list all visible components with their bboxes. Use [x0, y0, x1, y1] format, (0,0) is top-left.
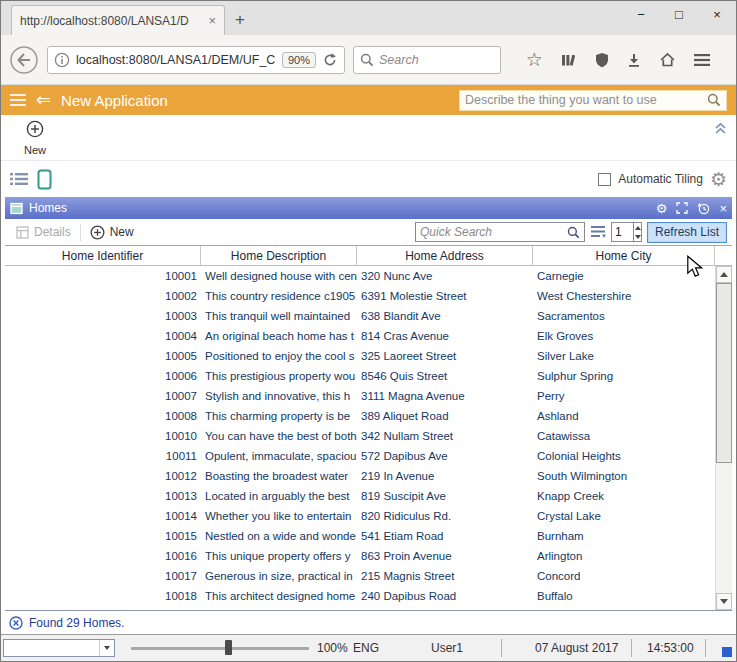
- cell-home-address[interactable]: 3111 Magna Avenue: [357, 386, 533, 406]
- column-header-home-identifier[interactable]: Home Identifier: [5, 246, 201, 265]
- menu-icon[interactable]: [693, 53, 711, 67]
- combobox-dropdown-icon[interactable]: [99, 640, 114, 656]
- table-row[interactable]: 10006 This prestigious property wou 8546…: [5, 366, 715, 386]
- cell-home-city[interactable]: Colonial Heights: [533, 446, 715, 466]
- cell-home-city[interactable]: West Chestershire: [533, 286, 715, 306]
- cell-home-city[interactable]: Sacramentos: [533, 306, 715, 326]
- cell-home-description[interactable]: This tranquil well maintained: [201, 306, 357, 326]
- cell-home-address[interactable]: 819 Suscipit Ave: [357, 486, 533, 506]
- panel-expand-icon[interactable]: [676, 202, 688, 214]
- cell-home-city[interactable]: Buffalo: [533, 586, 715, 606]
- cell-home-description[interactable]: Boasting the broadest water: [201, 466, 357, 486]
- details-button[interactable]: Details: [7, 219, 80, 245]
- table-row[interactable]: 10008 This charming property is be 389 A…: [5, 406, 715, 426]
- cell-home-address[interactable]: 541 Etiam Road: [357, 526, 533, 546]
- new-tab-button[interactable]: +: [225, 5, 255, 35]
- cell-home-address[interactable]: 6391 Molestie Street: [357, 286, 533, 306]
- app-back-icon[interactable]: ⇐: [36, 91, 51, 109]
- reload-icon[interactable]: [322, 52, 338, 68]
- panel-history-icon[interactable]: [697, 202, 710, 215]
- cell-home-description[interactable]: This charming property is be: [201, 406, 357, 426]
- cell-home-city[interactable]: Sulphur Spring: [533, 366, 715, 386]
- cell-home-address[interactable]: 240 Dapibus Road: [357, 586, 533, 606]
- app-search-input[interactable]: [465, 93, 703, 107]
- panel-close-icon[interactable]: ×: [719, 202, 727, 215]
- site-info-icon[interactable]: [54, 52, 70, 68]
- cell-home-identifier[interactable]: 10008: [5, 406, 201, 426]
- cell-home-description[interactable]: Opulent, immaculate, spaciou: [201, 446, 357, 466]
- cell-home-identifier[interactable]: 10004: [5, 326, 201, 346]
- page-number-input[interactable]: [612, 223, 633, 241]
- cell-home-identifier[interactable]: 10016: [5, 546, 201, 566]
- cell-home-address[interactable]: 863 Proin Avenue: [357, 546, 533, 566]
- cell-home-description[interactable]: Generous in size, practical in: [201, 566, 357, 586]
- table-row[interactable]: 10011 Opulent, immaculate, spaciou 572 D…: [5, 446, 715, 466]
- cell-home-address[interactable]: 342 Nullam Street: [357, 426, 533, 446]
- cell-home-address[interactable]: 320 Nunc Ave: [357, 266, 533, 286]
- minimize-button[interactable]: −: [622, 1, 660, 28]
- app-menu-icon[interactable]: [10, 91, 26, 109]
- zoom-slider-handle[interactable]: [225, 640, 232, 655]
- url-bar[interactable]: 90%: [47, 46, 345, 74]
- cell-home-description[interactable]: You can have the best of both: [201, 426, 357, 446]
- cell-home-description[interactable]: This architect designed home: [201, 586, 357, 606]
- cell-home-identifier[interactable]: 10010: [5, 426, 201, 446]
- search-icon[interactable]: [707, 93, 721, 107]
- cell-home-address[interactable]: 215 Magnis Street: [357, 566, 533, 586]
- cell-home-description[interactable]: This prestigious property wou: [201, 366, 357, 386]
- cell-home-city[interactable]: Arlington: [533, 546, 715, 566]
- scrollbar-up-button[interactable]: [716, 266, 732, 283]
- cell-home-address[interactable]: 814 Cras Avenue: [357, 326, 533, 346]
- cell-home-description[interactable]: This unique property offers y: [201, 546, 357, 566]
- search-icon[interactable]: [567, 226, 580, 239]
- cell-home-address[interactable]: 572 Dapibus Ave: [357, 446, 533, 466]
- quick-search-input[interactable]: [420, 225, 564, 239]
- browser-search[interactable]: [353, 46, 501, 74]
- table-row[interactable]: 10017 Generous in size, practical in 215…: [5, 566, 715, 586]
- cell-home-identifier[interactable]: 10003: [5, 306, 201, 326]
- cell-home-city[interactable]: Burnham: [533, 526, 715, 546]
- cell-home-address[interactable]: 820 Ridiculus Rd.: [357, 506, 533, 526]
- quick-search-box[interactable]: [415, 222, 585, 242]
- cell-home-address[interactable]: 219 In Avenue: [357, 466, 533, 486]
- spinner-down-button[interactable]: [634, 232, 641, 241]
- column-header-home-city[interactable]: Home City: [533, 246, 715, 265]
- cell-home-identifier[interactable]: 10013: [5, 486, 201, 506]
- cell-home-identifier[interactable]: 10015: [5, 526, 201, 546]
- column-header-home-address[interactable]: Home Address: [357, 246, 533, 265]
- page-zoom-badge[interactable]: 90%: [282, 52, 316, 68]
- cell-home-city[interactable]: Silver Lake: [533, 346, 715, 366]
- cell-home-description[interactable]: Whether you like to entertain: [201, 506, 357, 526]
- vertical-scrollbar[interactable]: [715, 266, 732, 610]
- cell-home-city[interactable]: Perry: [533, 386, 715, 406]
- panel-settings-gear-icon[interactable]: ⚙: [656, 202, 668, 215]
- table-row[interactable]: 10010 You can have the best of both 342 …: [5, 426, 715, 446]
- cell-home-identifier[interactable]: 10017: [5, 566, 201, 586]
- table-row[interactable]: 10007 Stylish and innovative, this h 311…: [5, 386, 715, 406]
- cell-home-city[interactable]: Carnegie: [533, 266, 715, 286]
- cell-home-description[interactable]: Positioned to enjoy the cool s: [201, 346, 357, 366]
- table-row[interactable]: 10002 This country residence c1905 6391 …: [5, 286, 715, 306]
- downloads-icon[interactable]: [626, 52, 642, 68]
- table-row[interactable]: 10018 This architect designed home 240 D…: [5, 586, 715, 606]
- cell-home-identifier[interactable]: 10018: [5, 586, 201, 606]
- cell-home-identifier[interactable]: 10014: [5, 506, 201, 526]
- bookmarks-icon[interactable]: [560, 52, 577, 68]
- list-view-icon[interactable]: [10, 172, 28, 186]
- browser-tab[interactable]: http://localhost:8080/LANSA1/D ×: [11, 5, 225, 35]
- cell-home-identifier[interactable]: 10002: [5, 286, 201, 306]
- cell-home-identifier[interactable]: 10007: [5, 386, 201, 406]
- back-button[interactable]: [9, 45, 39, 75]
- table-row[interactable]: 10014 Whether you like to entertain 820 …: [5, 506, 715, 526]
- cell-home-city[interactable]: Knapp Creek: [533, 486, 715, 506]
- tile-layout-icon[interactable]: [37, 169, 52, 190]
- new-command-button[interactable]: New: [14, 120, 56, 156]
- cell-home-address[interactable]: 325 Laoreet Street: [357, 346, 533, 366]
- cell-home-city[interactable]: Crystal Lake: [533, 506, 715, 526]
- close-button[interactable]: ×: [698, 1, 736, 28]
- scrollbar-thumb[interactable]: [716, 283, 732, 463]
- table-row[interactable]: 10001 Well designed house with cen 320 N…: [5, 266, 715, 286]
- cell-home-identifier[interactable]: 10005: [5, 346, 201, 366]
- refresh-list-button[interactable]: Refresh List: [647, 222, 727, 243]
- cell-home-city[interactable]: Ashland: [533, 406, 715, 426]
